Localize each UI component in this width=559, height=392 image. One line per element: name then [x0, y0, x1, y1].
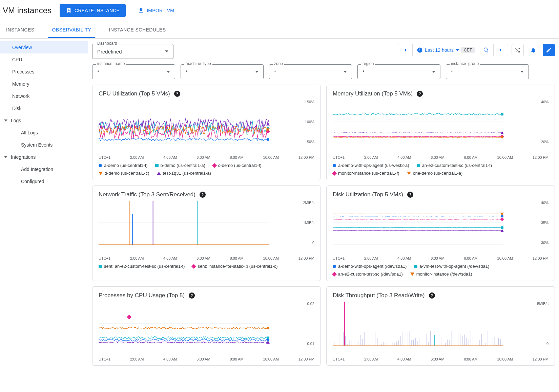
chart-legend: a-demo (us-central1-f)b-demo (us-central… — [99, 159, 314, 176]
caret-down-icon — [344, 71, 347, 73]
legend-item[interactable]: sent: instance-for-static-ip (us-central… — [192, 264, 277, 269]
help-icon[interactable]: ? — [407, 192, 413, 198]
caret-down-icon — [167, 71, 170, 73]
caret-down-icon — [456, 49, 459, 51]
main-content: Dashboard Predefined Last 12 hours CET — [88, 39, 559, 374]
chart-canvas[interactable] — [99, 100, 288, 144]
chart-title-text: CPU Utilization (Top 5 VMs) — [99, 90, 170, 97]
help-icon[interactable]: ? — [200, 192, 206, 198]
timezone-chip: CET — [461, 47, 475, 53]
refresh-off-icon — [515, 47, 521, 53]
chart-title-text: Processes by CPU Usage (Top 5) — [99, 292, 185, 299]
chart-disk: Disk Utilization (Top 5 VMs)?40%35%30%UT… — [326, 186, 555, 281]
sidebar-item-all-logs[interactable]: All Logs — [0, 127, 88, 139]
chart-canvas[interactable] — [99, 201, 288, 245]
chevron-down-icon — [4, 119, 7, 122]
page-title: VM instances — [3, 6, 51, 15]
chevron-left-icon — [402, 47, 408, 53]
sidebar-item-disk[interactable]: Disk — [0, 102, 88, 114]
chart-title-text: Network Traffic (Top 3 Sent/Received) — [99, 191, 195, 198]
bell-icon — [530, 47, 536, 53]
filter-instance_group[interactable]: instance_group* — [446, 64, 529, 79]
help-icon[interactable]: ? — [174, 91, 180, 97]
chart-legend: sent: an-e2-custom-test-sc (us-central1-… — [99, 260, 314, 269]
caret-down-icon — [255, 71, 258, 73]
legend-item[interactable]: one-demo (us-central1-a) — [407, 171, 463, 176]
dashboard-value: Predefined — [97, 49, 122, 55]
legend-item[interactable]: test-1q31 (us-central1-a) — [157, 171, 211, 176]
chart-title-text: Memory Utilization (Top 5 VMs) — [333, 90, 413, 97]
clock-icon — [417, 47, 423, 53]
import-icon — [138, 7, 144, 14]
sidebar-item-system-events[interactable]: System Events — [0, 139, 88, 151]
help-icon[interactable]: ? — [189, 292, 195, 299]
filter-row: instance_name*machine_type*zone*region*i… — [92, 61, 555, 83]
time-prev-button[interactable] — [398, 44, 413, 56]
chart-title-text: Disk Throughput (Top 3 Read/Write) — [333, 292, 425, 299]
chevron-down-icon — [4, 156, 7, 158]
sidebar-item-network[interactable]: Network — [0, 90, 88, 102]
chevron-right-icon — [498, 47, 504, 53]
chart-thru: Disk Throughput (Top 3 Read/Write)?5MiB/… — [326, 286, 555, 366]
tab-observability[interactable]: OBSERVABILITY — [48, 22, 96, 38]
time-next-button[interactable] — [494, 44, 508, 56]
sidebar-group-logs[interactable]: Logs — [0, 114, 88, 127]
help-icon[interactable]: ? — [429, 292, 435, 299]
chart-proc: Processes by CPU Usage (Top 5)?0.020.01U… — [92, 286, 321, 366]
legend-item[interactable]: a-demo (us-central1-f) — [99, 163, 148, 168]
chart-canvas[interactable] — [99, 302, 288, 346]
caret-down-icon — [432, 71, 435, 73]
chart-canvas[interactable] — [333, 201, 522, 245]
legend-item[interactable]: c-demo (us-central1-f) — [213, 163, 262, 168]
legend-item[interactable]: a-vm-test-with-op-agent (/dev/sda1) — [414, 264, 489, 269]
legend-item[interactable]: a-demo-with-ops-agent (/dev/sda1) — [333, 264, 407, 269]
notifications-button[interactable] — [527, 44, 539, 56]
legend-item[interactable]: monitor-instance (/dev/sda1) — [410, 271, 472, 277]
time-range-button[interactable]: Last 12 hours CET — [413, 44, 479, 56]
create-instance-label: CREATE INSTANCE — [75, 8, 120, 13]
legend-item[interactable]: an-e2-custom-test-sc (/dev/sda1) — [333, 271, 403, 277]
chart-mem: Memory Utilization (Top 5 VMs)?40%20%UTC… — [326, 85, 555, 180]
sidebar-item-configured[interactable]: Configured — [0, 175, 88, 188]
time-search-button[interactable] — [479, 44, 494, 56]
legend-item[interactable]: sent: an-e2-custom-test-sc (us-central1-… — [99, 264, 185, 269]
help-icon[interactable]: ? — [417, 91, 423, 97]
filter-region[interactable]: region* — [357, 64, 440, 79]
sidebar: OverviewCPUProcessesMemoryNetworkDiskLog… — [0, 39, 88, 374]
search-icon — [483, 47, 489, 53]
legend-item[interactable]: b-demo (us-central1-a) — [155, 163, 205, 168]
chart-title-text: Disk Utilization (Top 5 VMs) — [333, 191, 403, 198]
tabs-bar: INSTANCESOBSERVABILITYINSTANCE SCHEDULES — [0, 22, 559, 39]
dashboard-select[interactable]: Dashboard Predefined — [92, 44, 173, 59]
sidebar-item-processes[interactable]: Processes — [0, 66, 88, 78]
chart-cpu: CPU Utilization (Top 5 VMs)?150%100%50%U… — [92, 85, 321, 180]
legend-item[interactable]: monitor-instance (us-central1-f) — [333, 171, 399, 176]
sidebar-item-memory[interactable]: Memory — [0, 78, 88, 90]
legend-item[interactable]: an-e2-custom-test-sc (us-central1-f) — [417, 163, 492, 168]
chart-canvas[interactable] — [333, 302, 522, 346]
import-vm-button[interactable]: IMPORT VM — [134, 4, 178, 17]
filter-machine_type[interactable]: machine_type* — [181, 64, 264, 79]
legend-item[interactable]: a-demo-with-ops-agent (us-west2-a) — [333, 163, 409, 168]
chart-canvas[interactable] — [333, 100, 522, 144]
filter-instance_name[interactable]: instance_name* — [92, 64, 175, 79]
tab-instance-schedules[interactable]: INSTANCE SCHEDULES — [105, 22, 170, 38]
sidebar-item-overview[interactable]: Overview — [0, 41, 88, 53]
caret-down-icon — [520, 71, 524, 73]
sidebar-item-cpu[interactable]: CPU — [0, 53, 88, 66]
chart-net: Network Traffic (Top 3 Sent/Received)?2M… — [92, 186, 321, 281]
legend-item[interactable]: d-demo (us-central1-c) — [99, 171, 149, 176]
create-instance-button[interactable]: CREATE INSTANCE — [60, 4, 126, 17]
auto-refresh-off-button[interactable] — [512, 44, 524, 56]
sidebar-group-integrations[interactable]: Integrations — [0, 151, 88, 163]
tab-instances[interactable]: INSTANCES — [2, 22, 39, 38]
edit-dashboard-button[interactable] — [543, 44, 555, 56]
chart-legend: a-demo-with-ops-agent (us-west2-a)an-e2-… — [333, 159, 548, 176]
sidebar-item-add-integration[interactable]: Add Integration — [0, 163, 88, 175]
chart-legend: a-demo-with-ops-agent (/dev/sda1)a-vm-te… — [333, 260, 548, 277]
plus-ribbon-icon — [66, 7, 72, 14]
dashboard-label: Dashboard — [96, 41, 119, 46]
pencil-icon — [546, 47, 552, 53]
filter-zone[interactable]: zone* — [269, 64, 352, 79]
caret-down-icon — [165, 50, 168, 52]
